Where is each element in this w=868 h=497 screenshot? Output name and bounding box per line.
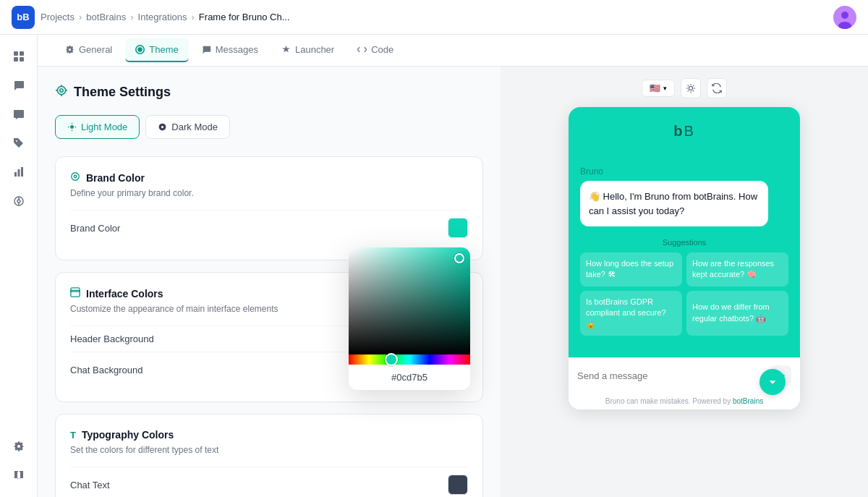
- color-picker-hue[interactable]: [349, 354, 470, 365]
- sidebar-item-chat[interactable]: [6, 72, 32, 98]
- sidebar-item-tag[interactable]: [6, 130, 32, 156]
- chat-text-swatch[interactable]: [448, 475, 468, 495]
- chevron-down-icon: ▾: [663, 85, 667, 92]
- page-title: Theme Settings: [55, 84, 483, 101]
- sidebar-item-comment[interactable]: [6, 101, 32, 127]
- svg-line-34: [688, 85, 689, 86]
- svg-point-25: [72, 173, 80, 181]
- tab-code[interactable]: Code: [347, 38, 404, 62]
- svg-rect-5: [14, 57, 18, 61]
- svg-rect-6: [20, 57, 24, 61]
- color-picker-popup[interactable]: #0cd7b5: [349, 247, 470, 390]
- chat-widget: bB Bruno 👋 Hello, I'm Bruno from botBrai…: [569, 107, 800, 409]
- chat-footer: Bruno can make mistakes. Powered by botB…: [569, 393, 800, 409]
- breadcrumb-item[interactable]: botBrains: [86, 12, 126, 22]
- color-picker-gradient[interactable]: [349, 247, 470, 354]
- user-avatar[interactable]: [833, 6, 856, 29]
- tab-messages[interactable]: Messages: [192, 38, 268, 62]
- svg-rect-9: [21, 167, 23, 177]
- chat-bg-label: Chat Background: [70, 365, 142, 375]
- brand-color-row: Brand Color: [70, 210, 468, 245]
- mode-toggle: Light Mode Dark Mode: [55, 115, 483, 139]
- svg-point-20: [70, 125, 74, 129]
- hue-handle[interactable]: [385, 353, 398, 366]
- sidebar-item-settings[interactable]: [6, 433, 32, 459]
- color-picker-handle[interactable]: [454, 253, 464, 263]
- suggestion-item[interactable]: How long does the setup take? 🛠: [580, 252, 682, 286]
- typography-header: T Typography Colors: [70, 429, 468, 441]
- chat-body: Bruno 👋 Hello, I'm Bruno from botBrains.…: [569, 155, 800, 357]
- svg-point-11: [17, 200, 20, 203]
- panels: Theme Settings Light Mode: [38, 67, 868, 497]
- tab-launcher[interactable]: Launcher: [271, 38, 344, 62]
- suggestion-item[interactable]: How are the responses kept accurate? 🧠: [686, 252, 788, 286]
- chat-input[interactable]: [577, 370, 765, 381]
- preview-controls: 🇺🇸 ▾: [642, 78, 727, 98]
- suggestions-grid: How long does the setup take? 🛠 How are …: [580, 252, 788, 336]
- dark-mode-button[interactable]: Dark Mode: [145, 115, 230, 139]
- suggestion-item[interactable]: Is botBrains GDPR compliant and secure? …: [580, 291, 682, 336]
- breadcrumb: Projects › botBrains › Integrations › Fr…: [41, 12, 290, 22]
- svg-rect-27: [71, 288, 80, 297]
- svg-point-15: [60, 89, 64, 93]
- chat-preview-wrapper: bB Bruno 👋 Hello, I'm Bruno from botBrai…: [569, 107, 800, 409]
- tab-bar: General Theme Messages Launcher: [38, 35, 868, 67]
- settings-panel: Theme Settings Light Mode: [38, 67, 501, 497]
- preview-area: 🇺🇸 ▾: [501, 67, 868, 497]
- svg-point-26: [74, 175, 77, 178]
- light-mode-button[interactable]: Light Mode: [55, 115, 140, 139]
- svg-rect-28: [71, 290, 80, 292]
- theme-icon: [55, 84, 68, 101]
- page-title-text: Theme Settings: [74, 85, 171, 100]
- tab-theme[interactable]: Theme: [125, 38, 188, 62]
- svg-rect-8: [17, 169, 20, 177]
- chat-greeting: 👋 Hello, I'm Bruno from botBrains. How c…: [580, 181, 768, 226]
- svg-rect-3: [14, 51, 18, 56]
- scroll-down-button[interactable]: [760, 369, 786, 395]
- language-selector[interactable]: 🇺🇸 ▾: [642, 80, 675, 97]
- brand-color-swatch[interactable]: [448, 218, 468, 238]
- brand-color-section: Brand Color Define your primary brand co…: [55, 156, 483, 260]
- refresh-button[interactable]: [707, 78, 727, 98]
- typography-icon: T: [70, 430, 76, 441]
- brand-icon: [70, 171, 80, 184]
- interface-icon: [70, 287, 80, 300]
- breadcrumb-sep: ›: [192, 12, 195, 22]
- sidebar: [0, 35, 38, 497]
- sidebar-item-book[interactable]: [6, 462, 32, 488]
- sidebar-item-integrations[interactable]: [6, 188, 32, 214]
- brightness-button[interactable]: [681, 78, 701, 98]
- breadcrumb-item[interactable]: Projects: [41, 12, 75, 22]
- breadcrumb-sep: ›: [130, 12, 133, 22]
- tab-general[interactable]: General: [55, 38, 122, 62]
- app-logo[interactable]: bB: [12, 6, 35, 29]
- svg-line-37: [688, 90, 689, 91]
- chat-text-label: Chat Text: [70, 480, 110, 490]
- breadcrumb-item[interactable]: Integrations: [138, 12, 187, 22]
- suggestion-item[interactable]: How do we differ from regular chatbots? …: [686, 291, 788, 336]
- typography-desc: Set the colors for different types of te…: [70, 445, 468, 455]
- brand-section-desc: Define your primary brand color.: [70, 188, 468, 198]
- content-area: General Theme Messages Launcher: [38, 35, 868, 497]
- sidebar-item-grid[interactable]: [6, 43, 32, 69]
- sidebar-item-chart[interactable]: [6, 159, 32, 185]
- chat-logo: bB: [583, 122, 786, 140]
- flag-icon: 🇺🇸: [650, 83, 660, 93]
- svg-rect-4: [20, 51, 24, 56]
- chat-header: bB: [569, 107, 800, 155]
- typography-section: T Typography Colors Set the colors for d…: [55, 414, 483, 497]
- svg-line-36: [693, 85, 694, 86]
- brand-section-header: Brand Color: [70, 171, 468, 184]
- color-picker-hex: #0cd7b5: [349, 365, 470, 390]
- chat-text-row: Chat Text: [70, 467, 468, 497]
- svg-point-1: [841, 12, 848, 19]
- brand-color-label: Brand Color: [70, 223, 120, 234]
- agent-name: Bruno: [580, 166, 788, 177]
- footer-link[interactable]: botBrains: [733, 397, 763, 405]
- svg-point-29: [689, 86, 692, 90]
- svg-rect-7: [14, 172, 17, 177]
- header-bg-label: Header Background: [70, 334, 154, 344]
- suggestions-label: Suggestions: [580, 238, 788, 247]
- svg-point-14: [57, 86, 65, 94]
- svg-line-35: [693, 90, 694, 91]
